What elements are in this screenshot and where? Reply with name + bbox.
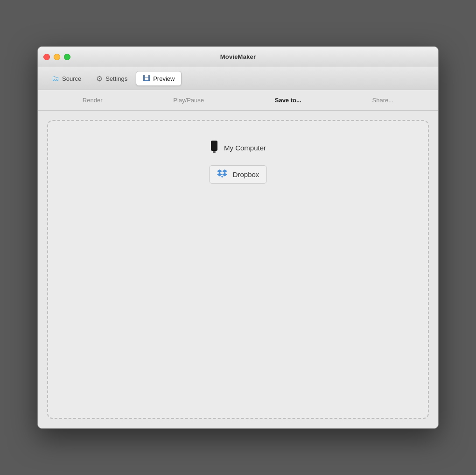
dropbox-icon [217, 169, 227, 180]
tab-source-label: Source [62, 75, 81, 82]
maximize-button[interactable] [64, 54, 70, 60]
mycomputer-label: My Computer [224, 144, 266, 152]
svg-marker-6 [221, 176, 224, 178]
folder-icon: 🗂 [52, 74, 59, 83]
svg-marker-2 [217, 170, 222, 173]
subtoolbar-playpause[interactable]: Play/Pause [168, 95, 210, 106]
subtoolbar-saveto[interactable]: Save to... [269, 95, 307, 106]
dropbox-option[interactable]: Dropbox [209, 165, 267, 184]
toolbar: 🗂 Source ⚙ Settings 🎞 Preview [38, 67, 438, 90]
computer-svg [210, 141, 218, 154]
svg-marker-4 [217, 173, 222, 176]
titlebar: MovieMaker [38, 47, 438, 67]
tab-settings-label: Settings [105, 75, 127, 82]
svg-marker-3 [222, 170, 227, 173]
subtoolbar-render[interactable]: Render [77, 95, 108, 106]
dropbox-svg [217, 169, 227, 179]
app-window: MovieMaker 🗂 Source ⚙ Settings 🎞 Preview… [37, 46, 439, 429]
dropbox-label: Dropbox [233, 170, 259, 178]
svg-rect-0 [211, 141, 217, 151]
close-button[interactable] [43, 54, 50, 60]
subtoolbar: Render Play/Pause Save to... Share... [38, 90, 438, 111]
tab-preview-label: Preview [153, 75, 175, 82]
computer-icon [210, 141, 218, 155]
tab-preview[interactable]: 🎞 Preview [136, 71, 182, 86]
content-area: My Computer Dropbox [38, 111, 438, 428]
svg-rect-1 [213, 151, 216, 153]
subtoolbar-share[interactable]: Share... [367, 95, 399, 106]
traffic-lights [43, 54, 70, 60]
svg-marker-5 [222, 173, 227, 176]
tab-settings[interactable]: ⚙ Settings [90, 71, 134, 86]
film-icon: 🎞 [143, 74, 150, 83]
minimize-button[interactable] [54, 54, 60, 60]
gear-icon: ⚙ [96, 74, 103, 83]
saveto-panel: My Computer Dropbox [47, 120, 429, 419]
tab-source[interactable]: 🗂 Source [45, 71, 88, 85]
mycomputer-option[interactable]: My Computer [204, 138, 272, 158]
window-title: MovieMaker [220, 53, 256, 60]
